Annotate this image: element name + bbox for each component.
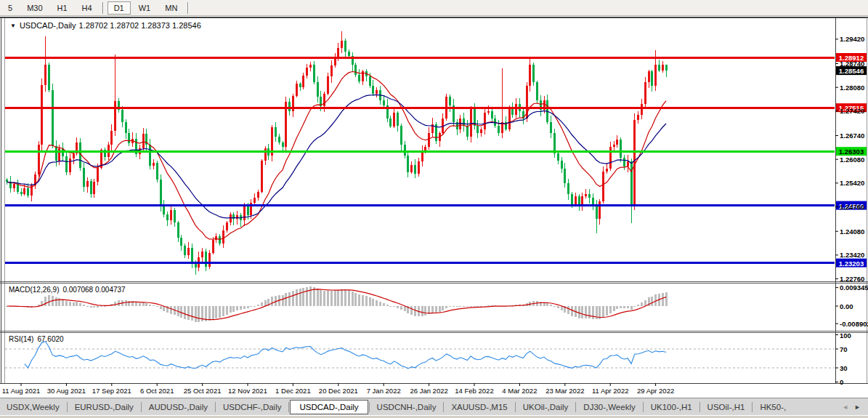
date-axis-label: 11 Apr 2022 [592,387,629,395]
timeframe-button-h1[interactable]: H1 [51,1,74,15]
toolbar-separator [102,2,104,14]
tab-separator [141,402,142,412]
chart-title: ▼USDCAD-,Daily1.28702 1.28702 1.28373 1.… [10,21,204,30]
macd-axis-tick: -0.008902 [840,320,868,328]
price-axis-tick: 1.26080 [840,156,864,164]
timeframe-button-d1[interactable]: D1 [108,1,131,15]
moving-averages-group [7,72,666,240]
price-axis-tick: 1.29420 [840,35,864,43]
timeframe-button-m30[interactable]: M30 [20,1,49,15]
chart-tab-dj30-weekly[interactable]: DJ30-,Weekly [577,401,641,414]
tab-separator [643,402,644,412]
chart-tabs-bar: USDX,WeeklyEURUSD-,DailyAUDUSD-,DailyUSD… [0,398,868,415]
tab-separator [699,402,700,412]
chart-tab-audusd-daily[interactable]: AUDUSD-,Daily [142,401,214,414]
date-axis-label: 26 Jan 2022 [410,387,447,395]
price-axis-tick: 1.25420 [840,179,864,187]
chart-tab-xauusd-m15[interactable]: XAUUSD-,M15 [445,401,514,414]
indicator-panels-group [5,286,835,369]
current-price-badge: 1.28546 [839,67,864,75]
date-axis-label: 25 Oct 2021 [184,387,222,395]
rsi-axis-tick: 70 [840,345,848,353]
price-level-badge: 1.26303 [839,148,864,156]
timeframe-button-5[interactable]: 5 [1,1,19,15]
date-axis-label: 4 Mar 2022 [502,387,537,395]
date-axis-label: 6 Oct 2021 [140,387,174,395]
chart-tab-usdchf-daily[interactable]: USDCHF-,Daily [216,401,288,414]
price-axis-tick: 1.27420 [840,107,864,115]
tab-separator [369,402,370,412]
tab-separator [575,402,576,412]
macd-name: MACD(12,26,9) [9,286,59,294]
tab-separator [215,402,216,412]
chart-tab-uk100-h1[interactable]: UK100-,H1 [644,401,699,414]
chart-tab-ukoil-daily[interactable]: UKOil-,Daily [516,401,575,414]
price-axis-tick: 1.28080 [840,84,864,92]
macd-values: 0.007068 0.004737 [62,286,125,294]
price-axis-tick: 1.24080 [840,228,864,236]
date-axis-label: 29 Apr 2022 [637,387,674,395]
chart-frame [0,17,868,384]
date-axis-label: 20 Dec 2021 [319,387,358,395]
date-axis-label: 17 Sep 2021 [92,387,131,395]
price-axis-tick: 1.26740 [840,132,864,140]
chart-tab-usdx-weekly[interactable]: USDX,Weekly [0,401,66,414]
price-level-badge: 1.23203 [839,260,864,268]
price-axis-tick: 1.24760 [840,203,864,211]
chart-tab-usdcad-daily[interactable]: USDCAD-,Daily [290,400,368,414]
toolbar-separator [187,2,189,14]
date-axis-label: 12 Nov 2021 [228,387,267,395]
macd-axis-tick: 0.00 [840,302,853,310]
date-axis-label: 30 Aug 2021 [47,387,86,395]
date-axis-label: 1 Dec 2021 [275,387,311,395]
tab-scroll-left-icon[interactable]: ◄ [839,402,851,412]
chart-tab-eurusd-daily[interactable]: EURUSD-,Daily [68,401,140,414]
macd-label: MACD(12,26,9)0.007068 0.004737 [9,286,129,294]
rsi-axis-tick: 30 [840,364,848,372]
bottom-strip [0,415,868,418]
collapse-triangle-icon[interactable]: ▼ [10,23,16,29]
tab-separator [67,402,68,412]
rsi-name: RSI(14) [9,335,33,343]
rsi-value: 67.6020 [37,335,63,343]
price-axis-tick: 1.22760 [840,275,864,283]
date-axis-label: 7 Jan 2022 [367,387,401,395]
horizontal-levels-group[interactable] [5,57,835,263]
timeframe-button-mn[interactable]: MN [158,1,184,15]
mt4-window: 5M30H1H4D1W1MN 1.289121.275151.263031.24… [0,0,868,418]
date-axis-label: 11 Aug 2021 [2,387,41,395]
chart-symbol-period: USDCAD-,Daily [20,21,76,30]
rsi-label: RSI(14)67.6020 [9,335,68,343]
tab-separator [288,402,289,412]
timeframe-button-w1[interactable]: W1 [132,1,158,15]
tab-separator [752,402,753,412]
tab-separator [515,402,516,412]
tab-scroll-arrows: ◄► [839,402,868,412]
rsi-line [25,342,666,369]
rsi-axis-tick: 100 [840,331,851,339]
tab-separator [443,402,444,412]
chart-ohlc-values: 1.28702 1.28702 1.28373 1.28546 [79,21,201,30]
date-axis-label: 14 Feb 2022 [455,387,493,395]
tab-scroll-right-icon[interactable]: ► [851,402,864,412]
chart-tab-hk50[interactable]: HK50-, [753,401,792,414]
chart-tab-usoil-h1[interactable]: USOil-,H1 [701,401,752,414]
chart-tab-usdcnh-daily[interactable]: USDCNH-,Daily [370,401,443,414]
axes-group: 1.289121.275151.263031.248001.232031.294… [2,35,868,395]
macd-axis-tick: 0.009345 [840,284,868,292]
macd-signal-line [7,289,666,320]
timeframe-button-h4[interactable]: H4 [76,1,99,15]
date-axis-label: 23 Mar 2022 [545,387,584,395]
price-chart-canvas[interactable]: 1.289121.275151.263031.248001.232031.294… [0,16,868,398]
price-axis-tick: 1.23420 [840,251,864,259]
candles-group [6,31,667,275]
timeframe-toolbar: 5M30H1H4D1W1MN [0,0,868,16]
chart-window: 1.289121.275151.263031.248001.232031.294… [0,16,868,398]
rsi-axis-tick: 0 [840,378,843,386]
